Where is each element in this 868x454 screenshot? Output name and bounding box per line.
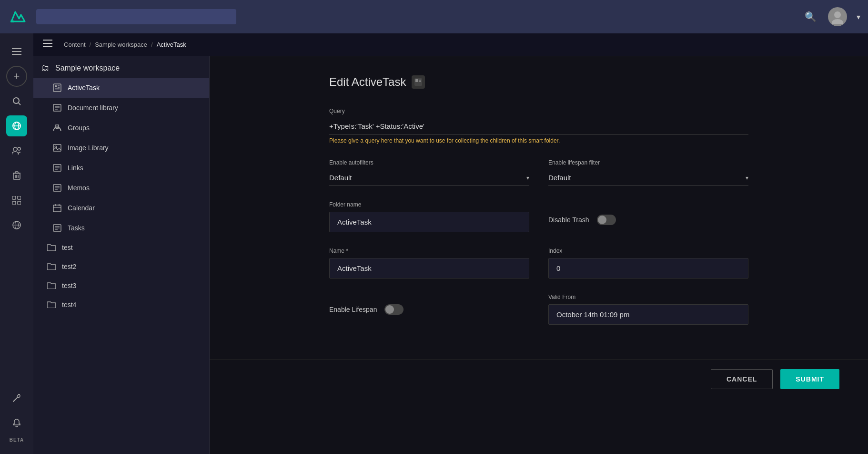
query-input[interactable] [329,118,748,134]
disable-trash-toggle[interactable] [597,215,616,225]
nav-folder-test3-label: test3 [62,282,76,289]
folder-test2-icon [47,262,56,271]
enable-autofilters-field: Enable autofilters Default Enabled Disab… [329,159,529,186]
content-area: Edit ActiveTask Query Please give a quer… [210,56,868,454]
icon-sidebar: + BETA [0,33,33,454]
nav-item-activetask-label: ActiveTask [68,84,100,92]
nav-item-document-library-label: Document library [68,104,118,112]
folder-name-label: Folder name [329,201,529,208]
nav-item-image-library[interactable]: Image Library [33,138,209,158]
groups-icon [52,123,62,133]
logo [8,6,29,27]
enable-autofilters-label: Enable autofilters [329,159,529,166]
tasks-icon [52,223,62,233]
activetask-icon [52,83,62,93]
svg-point-6 [13,98,19,103]
index-field: Index [548,248,748,279]
nav-folder-test-label: test [62,244,73,251]
nav-item-activetask[interactable]: ActiveTask [33,78,209,98]
nav-item-groups[interactable]: Groups [33,118,209,138]
breadcrumb-activetask[interactable]: ActiveTask [157,41,186,48]
form-actions: CANCEL SUBMIT [210,359,868,399]
nav-folder-test3[interactable]: test3 [33,276,209,295]
svg-point-11 [13,147,17,151]
edit-form-title: Edit ActiveTask [329,75,748,89]
enable-lifespan-toggle[interactable] [384,304,404,315]
nav-item-document-library[interactable]: Document library [33,98,209,118]
svg-rect-15 [15,172,18,173]
enable-lifespan-filter-select[interactable]: Default Enabled Disabled [548,170,748,186]
disable-trash-field: Disable Trash [548,201,748,232]
breadcrumb-sep-2: / [151,41,153,48]
autofilters-row: Enable autofilters Default Enabled Disab… [329,159,748,186]
url-bar[interactable]: https://netcore-service.test.sensenet.co… [36,9,236,24]
nav-item-tasks[interactable]: Tasks [33,218,209,238]
svg-point-2 [832,19,843,24]
svg-line-7 [19,103,20,105]
nav-item-memos[interactable]: Memos [33,178,209,198]
valid-from-label: Valid From [548,294,748,300]
lifespan-validfrom-row: Enable Lifespan Valid From [329,294,748,325]
nav-folder-test[interactable]: test [33,238,209,257]
sidebar-browse-icon[interactable] [6,115,27,136]
nav-item-links-label: Links [68,164,83,172]
svg-rect-30 [55,85,57,87]
folder-test4-icon [47,300,56,310]
svg-rect-21 [12,201,16,205]
nav-folder-test4[interactable]: test4 [33,295,209,314]
memos-icon [52,183,62,193]
name-index-row: Name * Index [329,248,748,279]
sidebar-apps-icon[interactable] [6,190,27,211]
index-input[interactable] [548,258,748,279]
links-icon [52,163,62,173]
sidebar-tools-icon[interactable] [6,388,27,409]
svg-rect-50 [53,205,61,212]
svg-rect-22 [18,201,21,205]
enable-lifespan-label: Enable Lifespan [329,306,377,313]
sidebar-globe-icon[interactable] [6,215,27,236]
name-input[interactable] [329,258,529,279]
hamburger-icon[interactable] [43,40,52,50]
enable-lifespan-field: Enable Lifespan [329,294,529,325]
sidebar-menu-icon[interactable] [6,41,27,62]
sidebar-search-icon[interactable] [6,91,27,112]
nav-item-links[interactable]: Links [33,158,209,178]
svg-rect-0 [10,21,14,22]
name-label-text: Name [329,248,344,254]
enable-autofilters-select[interactable]: Default Enabled Disabled [329,170,529,186]
sidebar-add-button[interactable]: + [6,66,27,87]
enable-lifespan-filter-label: Enable lifespan filter [548,159,748,166]
svg-rect-40 [53,144,61,151]
activetask-title-icon [412,75,425,89]
folder-trash-row: Folder name Disable Trash [329,201,748,232]
content-wrapper: Edit ActiveTask Query Please give a quer… [210,56,868,454]
enable-lifespan-filter-field: Enable lifespan filter Default Enabled D… [548,159,748,186]
cancel-button[interactable]: CANCEL [711,369,773,389]
avatar-dropdown-icon[interactable]: ▾ [857,12,860,21]
folder-test3-icon [47,281,56,290]
sidebar-trash-icon[interactable] [6,165,27,186]
query-field-row: Query Please give a query here that you … [329,108,748,144]
enable-lifespan-filter-wrapper: Default Enabled Disabled ▾ [548,170,748,186]
valid-from-input[interactable] [548,304,748,325]
breadcrumb-workspace[interactable]: Sample workspace [95,41,147,48]
nav-sidebar: 🗂 Sample workspace ActiveTask Document l… [33,56,210,454]
submit-button[interactable]: SUBMIT [780,369,839,389]
avatar[interactable] [828,7,847,26]
breadcrumb-content[interactable]: Content [64,41,86,48]
valid-from-field: Valid From [548,294,748,325]
folder-name-input[interactable] [329,212,529,232]
enable-lifespan-toggle-thumb [385,305,394,314]
svg-rect-26 [43,40,52,41]
svg-rect-4 [12,51,21,52]
workspace-header[interactable]: 🗂 Sample workspace [33,56,209,78]
svg-rect-28 [43,46,52,47]
sidebar-notifications-icon[interactable] [6,413,27,433]
nav-folder-test2[interactable]: test2 [33,257,209,276]
edit-form: Edit ActiveTask Query Please give a quer… [301,56,777,359]
topbar-search-icon[interactable]: 🔍 [801,7,820,26]
disable-trash-toggle-thumb [598,216,606,224]
nav-item-calendar[interactable]: Calendar [33,198,209,218]
breadcrumb-sep-1: / [90,41,91,48]
sidebar-users-icon[interactable] [6,140,27,161]
